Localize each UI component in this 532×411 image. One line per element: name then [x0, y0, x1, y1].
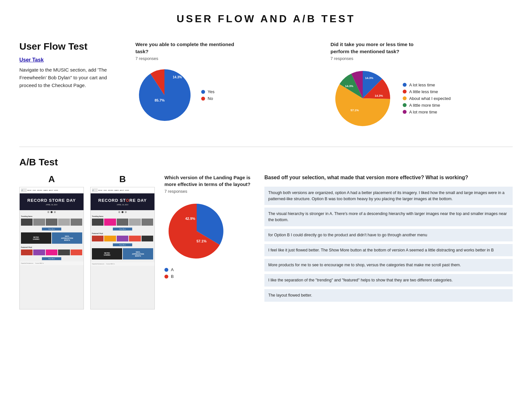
mock-logo-a: 🎵 — [21, 188, 27, 192]
svg-text:85.7%: 85.7% — [154, 98, 164, 102]
user-task-desc: Navigate to the MUSIC section, add 'The … — [19, 66, 123, 89]
chart2-area: 14.3% 57.1% 14.3% 14.3% A lot less time … — [330, 66, 451, 131]
legend-item-yes: Yes — [201, 89, 214, 94]
legend-label-b: B — [171, 274, 174, 279]
mock-featured-label-a: Featured Vinyl — [20, 245, 84, 250]
mock-featured-a: RETROGAMING VINYLAPPRECIATIONMONTH — [20, 231, 84, 245]
ab-comments-col: Based off your selection, what made that… — [264, 174, 513, 309]
legend-item-lot-more: A lot more time — [403, 110, 451, 114]
legend-item-expected: About what I expected — [403, 96, 451, 101]
ab-chart-area: 42.9% 57.1% — [164, 199, 255, 263]
legend-dot-lot-less — [403, 83, 407, 87]
mock-featured-b: RETROGAMING VINYLAPPRECIATIONMONTH — [91, 247, 154, 261]
mock-feat-retro-b: RETROGAMING — [92, 248, 122, 259]
legend-item-lot-less: A lot less time — [403, 83, 451, 87]
ab-chart-legend: A B — [164, 267, 255, 279]
user-flow-section: User Flow Test User Task Navigate to the… — [19, 41, 513, 131]
mock-nav-b: MUSICVINYLMOVIESGAMESABOUTMORE — [98, 190, 129, 191]
legend-dot-expected — [403, 96, 407, 100]
svg-text:14.3%: 14.3% — [173, 75, 182, 79]
legend-label-lot-less: A lot less time — [409, 83, 435, 87]
ab-main: A 🎵 MUSICVINYLMOVIESGAMESABOUTMORE RECOR… — [19, 174, 513, 309]
legend-label-a: A — [171, 267, 174, 272]
ab-screenshots: A 🎵 MUSICVINYLMOVIESGAMESABOUTMORE RECOR… — [19, 174, 155, 309]
svg-text:🎵: 🎵 — [92, 190, 94, 191]
legend-label-little-less: A little less time — [409, 89, 438, 94]
comment-2: for Option B I could directly go to the … — [264, 229, 513, 241]
svg-text:🎵: 🎵 — [21, 190, 23, 191]
ab-col-a: A 🎵 MUSICVINYLMOVIESGAMESABOUTMORE RECOR… — [19, 174, 84, 309]
comment-6: The layout flowed better. — [264, 289, 513, 302]
mock-feat-retro: RETROGAMING — [21, 232, 51, 244]
mock-header-a: 🎵 MUSICVINYLMOVIESGAMESABOUTMORE — [20, 187, 84, 193]
ab-section-title: A/B Test — [19, 157, 513, 168]
legend-dot-lot-more — [403, 110, 407, 114]
mock-feat-vinyl-b: VINYLAPPRECIATIONMONTH — [123, 248, 153, 259]
user-flow-left: User Flow Test User Task Navigate to the… — [19, 41, 123, 131]
mock-nav-a: MUSICVINYLMOVIESGAMESABOUTMORE — [27, 190, 58, 191]
chart2-legend: A lot less time A little less time About… — [403, 83, 451, 114]
svg-text:14.3%: 14.3% — [365, 76, 373, 80]
ab-chart-question: Which version of the Landing Page is mor… — [164, 174, 255, 188]
ab-label-b: B — [119, 174, 126, 184]
legend-label-little-more: A little more time — [409, 103, 440, 108]
legend-dot-little-less — [403, 90, 407, 93]
chart1-area: 85.7% 14.3% Yes No — [135, 66, 214, 124]
user-flow-title: User Flow Test — [19, 41, 123, 52]
comment-1: The visual hierarchy is stronger in A. T… — [264, 208, 513, 226]
legend-dot-little-more — [403, 103, 407, 107]
legend-item-little-more: A little more time — [403, 103, 451, 108]
mock-thumbs-b — [91, 219, 154, 227]
chart2-question: Did it take you more or less time to per… — [330, 41, 434, 55]
legend-dot-a — [164, 268, 168, 272]
chart1-pie: 85.7% 14.3% — [135, 66, 193, 124]
comment-0: Though both versions are organized, opti… — [264, 187, 513, 205]
mock-hero-b: RECORD STORE DAY APRIL 19, 2014 — [91, 193, 154, 210]
mock-thumbs-a — [20, 219, 84, 227]
chart1-block: Were you able to complete the mentioned … — [135, 41, 318, 131]
legend-label-expected: About what I expected — [409, 96, 451, 101]
ab-chart-col: Which version of the Landing Page is mor… — [164, 174, 255, 309]
legend-label-lot-more: A lot more time — [409, 110, 437, 114]
mock-feat-thumbs-a — [20, 250, 84, 257]
mock-trending-a: Trending Items — [20, 214, 84, 219]
screenshot-a: 🎵 MUSICVINYLMOVIESGAMESABOUTMORE RECORD … — [19, 187, 84, 309]
svg-text:57.1%: 57.1% — [196, 239, 206, 243]
user-task-link[interactable]: User Task — [19, 57, 123, 63]
svg-text:57.1%: 57.1% — [350, 109, 359, 112]
mock-feat-vinyl: VINYLAPPRECIATIONMONTH — [52, 232, 82, 244]
ab-chart-pie: 42.9% 57.1% — [164, 199, 229, 263]
legend-dot-yes — [201, 90, 205, 94]
chart1-question: Were you able to complete the mentioned … — [135, 41, 239, 55]
legend-label-no: No — [208, 96, 213, 101]
chart1-responses: 7 responses — [135, 56, 158, 61]
chart1-legend: Yes No — [201, 89, 214, 101]
legend-dot-no — [201, 97, 205, 101]
mock-hero-a: RECORD STORE DAY APRIL 19, 2014 — [20, 193, 84, 210]
ab-col-b: B 🎵 MUSICVINYLMOVIESGAMESABOUTMORE RECOR… — [90, 174, 155, 309]
comments-question: Based off your selection, what made that… — [264, 174, 513, 181]
mock-feat-thumbs-b — [91, 236, 154, 243]
legend-label-yes: Yes — [208, 89, 214, 94]
mock-btn-a2: Show More — [42, 257, 61, 260]
comment-4: More products for me to see to encourage… — [264, 259, 513, 271]
legend-item-a: A — [164, 267, 255, 272]
ab-right: Which version of the Landing Page is mor… — [164, 174, 513, 309]
ab-test-section: A/B Test A 🎵 MUSICVINYLMOVIESGAMESABOUTM… — [19, 157, 513, 309]
legend-item-no: No — [201, 96, 214, 101]
mock-footer-b: Grapehub Entertainment Connect With Us — [91, 262, 154, 266]
svg-text:14.3%: 14.3% — [375, 94, 383, 97]
mock-logo-b: 🎵 — [92, 188, 98, 192]
comment-5: I like the separation of the "trending" … — [264, 274, 513, 287]
mock-trending-b: Trending Items — [91, 214, 154, 219]
legend-item-b: B — [164, 274, 255, 279]
legend-dot-b — [164, 275, 168, 279]
screenshot-b: 🎵 MUSICVINYLMOVIESGAMESABOUTMORE RECORD … — [90, 187, 155, 309]
page-title: USER FLOW AND A/B TEST — [19, 13, 513, 25]
mock-btn-b2: Show More — [113, 243, 132, 246]
mock-footer-a: Grapehub Entertainment Connect With Us — [20, 261, 84, 265]
section-divider — [19, 147, 513, 147]
svg-text:42.9%: 42.9% — [185, 217, 195, 220]
mock-btn-a: Show More — [42, 228, 61, 230]
mock-header-b: 🎵 MUSICVINYLMOVIESGAMESABOUTMORE — [91, 187, 154, 193]
